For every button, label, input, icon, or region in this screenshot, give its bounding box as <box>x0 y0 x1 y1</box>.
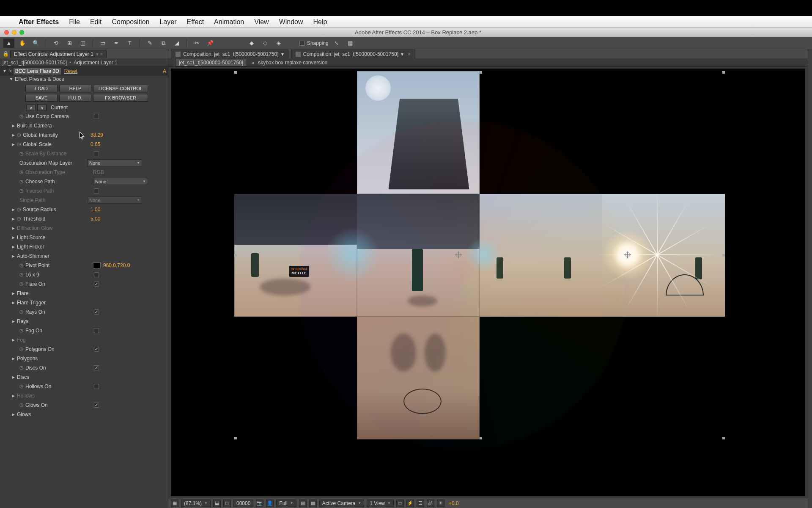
glows-on-checkbox[interactable]: ✓ <box>94 403 99 408</box>
choose-path-dropdown[interactable]: None▼ <box>93 178 148 185</box>
polygons-on-checkbox[interactable]: ✓ <box>94 347 99 352</box>
save-button[interactable]: SAVE <box>25 94 58 102</box>
window-minimize-button[interactable] <box>12 30 16 35</box>
close-tab-icon[interactable]: × <box>408 51 411 57</box>
transparency-grid-icon[interactable]: ▧ <box>299 500 307 507</box>
disclosure-icon[interactable]: ▶ <box>12 133 17 137</box>
effect-parameters-list[interactable]: ◷Use Comp Camera ▶Built-in Camera ▶◷Glob… <box>0 112 168 508</box>
snapshot-icon[interactable]: 📷 <box>256 500 263 507</box>
zoom-tool-icon[interactable]: 🔍 <box>30 39 41 48</box>
axis-view-icon[interactable]: ◈ <box>273 39 284 48</box>
snap-box-icon[interactable]: ▦ <box>345 39 356 48</box>
right-dock[interactable] <box>808 49 812 508</box>
selection-handle[interactable] <box>722 254 725 257</box>
stopwatch-icon[interactable]: ◷ <box>19 384 25 389</box>
show-snapshot-icon[interactable]: 👤 <box>266 500 274 507</box>
hud-button[interactable]: H.U.D. <box>59 94 91 102</box>
selection-handle[interactable] <box>722 437 725 439</box>
disclosure-icon[interactable]: ▶ <box>12 412 17 417</box>
effect-about-link[interactable]: A <box>163 68 166 74</box>
sixteen-nine-checkbox[interactable] <box>94 272 99 277</box>
composition-tab-active[interactable]: Composition: jet_sc1_t[5000000-5001750]▾… <box>291 50 416 58</box>
views-dropdown[interactable]: 1 View▼ <box>367 500 394 507</box>
selection-handle[interactable] <box>480 437 482 439</box>
menu-layer[interactable]: Layer <box>154 18 181 26</box>
disclosure-icon[interactable]: ▶ <box>12 245 17 249</box>
stopwatch-icon[interactable]: ◷ <box>19 309 25 315</box>
window-zoom-button[interactable] <box>19 30 24 35</box>
pan-behind-tool-icon[interactable]: ◫ <box>77 39 88 48</box>
stopwatch-icon[interactable]: ◷ <box>19 346 25 352</box>
menu-effect[interactable]: Effect <box>181 18 209 26</box>
roi-icon[interactable]: ◻ <box>223 500 231 507</box>
effect-source-marker[interactable] <box>624 251 631 258</box>
threshold-value[interactable]: 5.00 <box>91 216 100 222</box>
breadcrumb-comp[interactable]: jet_sc1_t[5000000-5001750] <box>175 59 247 66</box>
tab-dropdown-icon[interactable]: ▾ <box>401 51 403 57</box>
pixel-aspect-icon[interactable]: ▭ <box>396 500 404 507</box>
resolution-down-icon[interactable]: ⬓ <box>213 500 221 507</box>
composition-viewer[interactable]: snapchatMETTLE <box>171 69 805 496</box>
menu-view[interactable]: View <box>249 18 274 26</box>
license-control-button[interactable]: LICENSE CONTROL <box>93 85 148 92</box>
stopwatch-icon[interactable]: ◷ <box>19 179 25 184</box>
pivot-point-target-icon[interactable] <box>93 262 101 268</box>
stopwatch-icon[interactable]: ◷ <box>19 365 25 370</box>
disclosure-icon[interactable]: ▶ <box>12 226 17 230</box>
brush-tool-icon[interactable]: ✎ <box>144 39 155 48</box>
menu-help[interactable]: Help <box>308 18 332 26</box>
stopwatch-icon[interactable]: ◷ <box>17 216 23 221</box>
disclosure-icon[interactable]: ▶ <box>12 124 17 128</box>
stopwatch-icon[interactable]: ◷ <box>19 281 25 287</box>
snap-edge-icon[interactable]: ⤡ <box>331 39 342 48</box>
discs-on-checkbox[interactable]: ✓ <box>94 365 99 370</box>
camera-tool-icon[interactable]: ⊞ <box>64 39 75 48</box>
fx-browser-button[interactable]: FX BROWSER <box>93 94 148 102</box>
disclosure-icon[interactable]: ▶ <box>12 142 17 146</box>
window-close-button[interactable] <box>4 30 9 35</box>
disclosure-icon[interactable]: ▶ <box>12 319 17 323</box>
obscuration-map-dropdown[interactable]: None▼ <box>87 159 142 166</box>
stopwatch-icon[interactable]: ◷ <box>17 207 23 212</box>
preset-next-button[interactable]: ∨ <box>37 104 47 111</box>
stopwatch-icon[interactable]: ◷ <box>19 272 25 277</box>
stopwatch-icon[interactable]: ◷ <box>19 328 25 333</box>
rays-on-checkbox[interactable]: ✓ <box>94 309 99 315</box>
exposure-value[interactable]: +0.0 <box>449 500 459 506</box>
selection-tool-icon[interactable]: ▲ <box>3 39 14 48</box>
disclosure-icon[interactable]: ▶ <box>12 375 17 379</box>
menu-composition[interactable]: Composition <box>107 18 155 26</box>
selection-handle[interactable] <box>480 71 482 74</box>
breadcrumb-nested-comp[interactable]: skybox box replaxe conversion <box>258 60 327 66</box>
stopwatch-icon[interactable]: ◷ <box>17 132 23 138</box>
disclosure-icon[interactable]: ▶ <box>12 254 17 258</box>
effect-controls-tab[interactable]: Effect Controls: Adjustment Layer 1▾ × <box>10 50 107 58</box>
disclosure-icon[interactable]: ▶ <box>12 235 17 240</box>
stopwatch-icon[interactable]: ◷ <box>19 113 25 119</box>
tab-menu-icon[interactable]: ▾ × <box>96 51 103 57</box>
axis-world-icon[interactable]: ◇ <box>260 39 271 48</box>
hollows-on-checkbox[interactable] <box>94 384 99 389</box>
always-preview-icon[interactable]: ▦ <box>171 500 178 507</box>
effect-header[interactable]: ▼fx BCC Lens Flare 3D Reset A <box>0 67 168 75</box>
selection-handle[interactable] <box>234 254 237 257</box>
flowchart-icon[interactable]: 品 <box>427 500 434 507</box>
disclosure-icon[interactable]: ▶ <box>12 356 17 361</box>
disclosure-icon[interactable]: ▶ <box>12 207 17 212</box>
preset-prev-button[interactable]: ∧ <box>26 104 36 111</box>
hand-tool-icon[interactable]: ✋ <box>17 39 28 48</box>
rectangle-tool-icon[interactable]: ▭ <box>97 39 108 48</box>
camera-dropdown[interactable]: Active Camera▼ <box>319 500 365 507</box>
stopwatch-icon[interactable]: ◷ <box>17 141 23 147</box>
pivot-point-value[interactable]: 960.0,720.0 <box>103 262 130 268</box>
roto-tool-icon[interactable]: ✂ <box>191 39 202 48</box>
presets-group-header[interactable]: ▼Effect Presets & Docs <box>0 75 168 83</box>
stopwatch-icon[interactable]: ◷ <box>19 262 25 268</box>
effect-pivot-marker[interactable] <box>455 251 462 258</box>
disclosure-icon[interactable]: ▶ <box>12 394 17 398</box>
source-radius-value[interactable]: 1.00 <box>91 207 100 213</box>
disclosure-icon[interactable]: ▶ <box>12 338 17 342</box>
zoom-dropdown[interactable]: (87.1%)▼ <box>181 500 211 507</box>
selection-handle[interactable] <box>234 437 237 439</box>
use-comp-camera-checkbox[interactable] <box>94 114 99 119</box>
